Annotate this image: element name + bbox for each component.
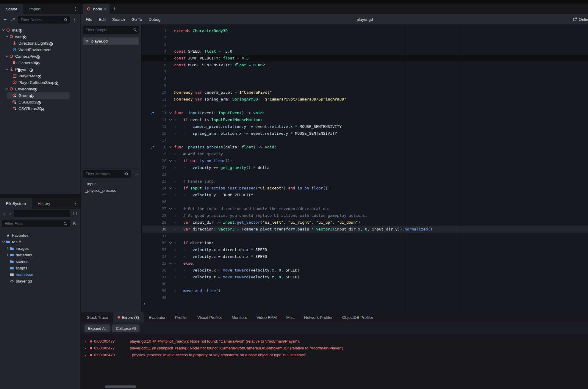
code-line[interactable]: 38 <box>142 280 588 287</box>
code-line[interactable]: 6const MOUSE_SENTENSIVITY: float = 0.002 <box>142 62 588 68</box>
caret-down-icon[interactable] <box>4 67 9 71</box>
gutter[interactable] <box>142 55 155 62</box>
code-line[interactable]: 36»»velocity.x = move_toward(velocity.x,… <box>142 267 588 274</box>
filesystem-row[interactable]: node.tscn <box>0 271 80 278</box>
debugger-tab-video-ram[interactable]: Video RAM <box>252 312 282 322</box>
code-line[interactable]: 14»if event is InputEventMouseMotion: <box>142 116 588 123</box>
gutter[interactable] <box>142 89 155 96</box>
scene-tree-row[interactable]: Camera3D <box>0 59 80 66</box>
code-line[interactable]: 11@onready var spring_arm: SpringArm3D =… <box>142 96 588 103</box>
visibility-eye-icon[interactable] <box>29 94 34 99</box>
gutter[interactable] <box>142 123 155 130</box>
error-row[interactable]: ›0:00:00:477player.gd:11 @ @implicit_rea… <box>81 345 588 352</box>
gutter[interactable] <box>142 116 155 123</box>
method-sort-button[interactable] <box>133 171 139 177</box>
scene-tree-options-icon[interactable]: ⋮ <box>71 16 78 23</box>
debugger-tab-misc[interactable]: Misc <box>282 312 299 322</box>
code-line[interactable]: 31 <box>142 233 588 239</box>
debugger-tab-evaluator[interactable]: Evaluator <box>144 312 170 322</box>
code-line[interactable]: 20»if not is_on_floor(): <box>142 157 588 164</box>
tab-scene[interactable]: Scene <box>0 4 23 14</box>
debugger-tab-visual-profiler[interactable]: Visual Profiler <box>193 312 227 322</box>
fold-arrow-icon[interactable] <box>168 144 173 150</box>
code-line[interactable]: 1extends CharacterBody3D <box>142 27 588 34</box>
code-line[interactable]: 23»# Handle jump. <box>142 178 588 185</box>
script-list-item[interactable]: ⚙player.gd <box>83 37 139 45</box>
code-line[interactable]: 35»else: <box>142 260 588 267</box>
scene-tree-row[interactable]: Player <box>0 66 80 73</box>
gutter[interactable] <box>142 82 155 89</box>
code-line[interactable]: 29»var input_dir := Input.get_vector("ui… <box>142 219 588 226</box>
code-line[interactable]: 34»»velocity.z = direction.z * SPEED <box>142 253 588 260</box>
visibility-eye-icon[interactable] <box>49 42 54 46</box>
instance-scene-button[interactable] <box>10 16 16 23</box>
script-attached-icon[interactable] <box>16 68 21 73</box>
gutter[interactable] <box>142 137 155 144</box>
gutter[interactable] <box>142 219 155 226</box>
fold-arrow-icon[interactable] <box>168 239 173 246</box>
gutter[interactable] <box>142 192 155 198</box>
scene-tree-row[interactable]: WorldEnvironment <box>0 46 80 53</box>
code-line[interactable]: 21»»velocity += get_gravity() * delta <box>142 164 588 171</box>
code-line[interactable]: 15»»camera_pivot.rotation.y -= event.rel… <box>142 123 588 130</box>
scene-tree-row[interactable]: DirectionalLight3D <box>0 40 80 46</box>
code-line[interactable]: 9 <box>142 82 588 89</box>
scene-tree-row[interactable]: PlayerCollisionShape <box>0 79 80 86</box>
new-scene-tab-button[interactable]: + <box>110 4 119 14</box>
add-node-button[interactable]: + <box>2 16 8 23</box>
code-line[interactable]: 18func _physics_process(delta: float) ->… <box>142 144 588 150</box>
code-line[interactable]: 28»# As good practice, you should replac… <box>142 212 588 219</box>
tab-filesystem[interactable]: FileSystem <box>0 198 32 209</box>
debugger-tab-errors-3-[interactable]: Errors (3) <box>113 312 144 322</box>
code-line[interactable]: 39»move_and_slide() <box>142 287 588 294</box>
gutter[interactable] <box>142 164 155 171</box>
gutter[interactable] <box>142 109 155 116</box>
code-line[interactable]: 27»# Get the input direction and handle … <box>142 205 588 212</box>
gutter[interactable] <box>142 41 155 48</box>
caret-right-icon[interactable] <box>5 246 10 250</box>
error-row[interactable]: ›0:00:00:477player.gd:10 @ @implicit_rea… <box>81 338 588 345</box>
gutter[interactable] <box>142 198 155 205</box>
debugger-tab-monitors[interactable]: Monitors <box>227 312 252 322</box>
code-line[interactable]: 10@onready var camera_pivot = $"CameraPi… <box>142 89 588 96</box>
debugger-tab-profiler[interactable]: Profiler <box>170 312 193 322</box>
gutter[interactable] <box>142 239 155 246</box>
code-line[interactable]: 5const JUMP_VELOCITY: float = 4.5 <box>142 55 588 62</box>
filesystem-row[interactable]: ⚙player.gd <box>0 278 80 284</box>
code-line[interactable]: 12 <box>142 103 588 109</box>
code-line[interactable]: 19»# Add the gravity. <box>142 150 588 157</box>
code-line[interactable]: 26 <box>142 198 588 205</box>
scene-dock-menu-icon[interactable]: ⋮ <box>73 4 78 14</box>
toggle-split-mode-button[interactable] <box>71 210 78 217</box>
scene-tree-row[interactable]: CSGTorus3D <box>0 105 80 112</box>
debugger-tab-network-profiler[interactable]: Network Profiler <box>299 312 337 322</box>
gutter[interactable] <box>142 294 155 301</box>
connection-icon[interactable] <box>151 111 155 115</box>
filesystem-row[interactable]: images <box>0 245 80 252</box>
filter-scripts-input[interactable] <box>83 26 139 34</box>
nav-back-button[interactable]: ‹ <box>2 211 7 216</box>
gutter[interactable] <box>142 96 155 103</box>
gutter[interactable] <box>142 274 155 280</box>
visibility-eye-icon[interactable] <box>37 101 42 105</box>
visibility-eye-icon[interactable] <box>35 61 40 66</box>
filesystem-row[interactable]: ★Favorites: <box>0 232 80 239</box>
visibility-eye-icon[interactable] <box>29 68 34 73</box>
scene-tree-row[interactable]: CameraPivot <box>0 53 80 59</box>
caret-down-icon[interactable] <box>4 87 9 91</box>
code-line[interactable]: 4const SPEED: float = 5.0 <box>142 48 588 55</box>
expander-icon[interactable]: › <box>85 346 89 350</box>
code-editor[interactable]: 1extends CharacterBody3D234const SPEED: … <box>142 24 588 312</box>
menu-file[interactable]: File <box>82 17 96 22</box>
scene-tree-row[interactable]: world <box>0 33 80 40</box>
visibility-eye-icon[interactable] <box>40 107 45 112</box>
code-line[interactable]: 3 <box>142 41 588 48</box>
caret-right-icon[interactable] <box>5 253 10 257</box>
caret-down-icon[interactable] <box>1 240 6 244</box>
visibility-eye-icon[interactable] <box>37 74 42 79</box>
gutter[interactable] <box>142 178 155 185</box>
path-input[interactable] <box>14 210 70 217</box>
fold-arrow-icon[interactable] <box>168 185 173 192</box>
fold-arrow-icon[interactable] <box>168 109 173 116</box>
filesystem-row[interactable]: materials <box>0 252 80 258</box>
